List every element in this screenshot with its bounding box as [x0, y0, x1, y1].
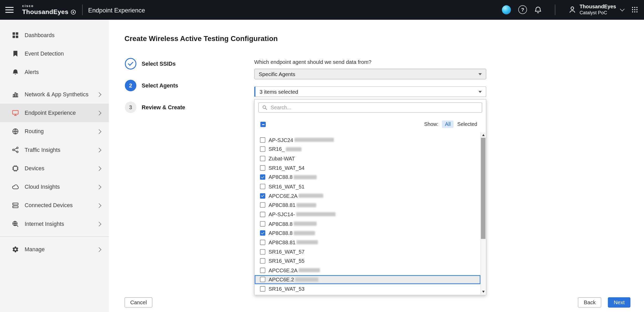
agent-checkbox[interactable]	[260, 184, 265, 189]
apps-grid-icon[interactable]	[631, 6, 638, 13]
scroll-up-arrow-icon[interactable]	[482, 134, 485, 136]
sidebar-item-internet-insights[interactable]: Internet Insights	[0, 215, 109, 233]
chevron-right-icon	[97, 92, 101, 97]
agent-name: AP8C88.81	[269, 202, 316, 208]
agent-checkbox[interactable]	[260, 230, 265, 236]
select-all-checkbox[interactable]	[260, 121, 266, 127]
sidebar-item-devices[interactable]: Devices	[0, 159, 109, 178]
footer-actions: Back Next	[578, 297, 631, 308]
notifications-bell-icon[interactable]	[534, 6, 542, 14]
help-icon[interactable]: ?	[518, 5, 527, 14]
agent-option[interactable]: SR16_WAT_53	[255, 284, 480, 294]
sidebar-item-endpoint-experience[interactable]: Endpoint Experience	[0, 104, 109, 122]
manage-icon	[11, 246, 19, 253]
agent-checkbox[interactable]	[260, 221, 265, 227]
product-title: Endpoint Experience	[88, 6, 145, 13]
assistant-orb-icon[interactable]	[502, 5, 511, 15]
topbar: cisco ThousandEyes Endpoint Experience ?	[0, 0, 644, 20]
agent-checkbox[interactable]	[260, 202, 265, 208]
user-icon	[569, 6, 576, 14]
step-review-create[interactable]: 3 Review & Create	[125, 101, 185, 113]
agent-name: AP8C88.8	[269, 230, 315, 236]
alerts-icon	[11, 69, 19, 76]
agent-option[interactable]: SR16_WAT_55	[255, 256, 480, 266]
search-icon	[262, 105, 268, 110]
step-circle: 3	[125, 101, 136, 113]
cancel-button[interactable]: Cancel	[124, 297, 152, 308]
topbar-divider	[555, 4, 555, 15]
redacted-text	[299, 194, 323, 198]
chevron-down-icon	[620, 7, 625, 11]
step-label: Select SSIDs	[142, 61, 176, 67]
agent-option[interactable]: SR16_WAT_54	[255, 163, 480, 173]
scroll-down-arrow-icon[interactable]	[482, 291, 485, 293]
agent-search[interactable]	[258, 102, 482, 113]
account-menu[interactable]: ThousandEyes Catalyst PoC	[569, 4, 624, 15]
agent-option[interactable]: SR16_WAT_51	[255, 182, 480, 191]
agent-checkbox[interactable]	[260, 249, 265, 254]
agent-option[interactable]: Zubat-WAT	[255, 154, 480, 163]
agent-option[interactable]: SR16_	[255, 145, 480, 154]
agent-option[interactable]: AP8C88.81	[255, 238, 480, 247]
agent-option[interactable]: APCC6E.2A	[255, 266, 480, 275]
chevron-right-icon	[97, 185, 101, 189]
redacted-text	[294, 175, 317, 179]
agent-option[interactable]: APCC6E.2	[255, 275, 480, 284]
internet-insights-icon	[11, 220, 19, 228]
agent-checkbox[interactable]	[260, 147, 265, 152]
agent-checkbox[interactable]	[260, 258, 265, 264]
thousandeyes-logo[interactable]: cisco ThousandEyes	[22, 5, 76, 15]
sidebar-item-network-app-synthetics[interactable]: Network & App Synthetics	[0, 85, 109, 104]
agent-checkbox[interactable]	[260, 212, 265, 217]
back-button[interactable]: Back	[578, 297, 601, 308]
agent-checkbox[interactable]	[260, 193, 265, 199]
step-circle: 2	[125, 80, 136, 91]
agent-option[interactable]: SR16_WAT_57	[255, 247, 480, 256]
dashboards-icon	[11, 31, 19, 39]
filter-all[interactable]: All	[442, 120, 453, 128]
sidebar-item-alerts[interactable]: Alerts	[0, 63, 109, 81]
agents-form: Which endpoint agent should we send data…	[254, 59, 486, 295]
step-select-agents[interactable]: 2 Select Agents	[125, 80, 185, 91]
sidebar-item-dashboards[interactable]: Dashboards	[0, 26, 109, 44]
scrollbar[interactable]	[480, 132, 485, 294]
agent-option[interactable]: AP8C88.81	[255, 200, 480, 210]
agents-multiselect[interactable]: 3 items selected	[254, 86, 486, 97]
step-complete-check-icon	[125, 58, 136, 69]
chevron-right-icon	[97, 166, 101, 171]
page-title: Create Wireless Active Testing Configura…	[124, 35, 278, 43]
agent-checkbox[interactable]	[260, 165, 265, 171]
agent-source-select[interactable]: Specific Agents	[254, 69, 486, 79]
agent-name: AP-SJC24	[269, 137, 334, 143]
sidebar-item-connected-devices[interactable]: Connected Devices	[0, 196, 109, 215]
agent-checkbox[interactable]	[260, 137, 265, 143]
chevron-right-icon	[97, 247, 101, 252]
sidebar-item-manage[interactable]: Manage	[0, 240, 109, 259]
agent-option[interactable]: AP8C88.8	[255, 173, 480, 182]
sidebar-item-routing[interactable]: Routing	[0, 122, 109, 141]
next-button[interactable]: Next	[608, 297, 631, 308]
step-select-ssids[interactable]: Select SSIDs	[125, 58, 185, 69]
sidebar-item-cloud-insights[interactable]: Cloud Insights	[0, 178, 109, 196]
filter-selected[interactable]: Selected	[454, 120, 480, 128]
agent-checkbox[interactable]	[260, 174, 265, 180]
agent-option[interactable]: APCC6E.2A	[255, 191, 480, 200]
agent-checkbox[interactable]	[260, 156, 265, 161]
sidebar-item-traffic-insights[interactable]: Traffic Insights	[0, 141, 109, 159]
chevron-right-icon	[97, 203, 101, 208]
sidebar-item-event-detection[interactable]: Event Detection	[0, 44, 109, 63]
agent-option[interactable]: AP8C88.8	[255, 219, 480, 228]
redacted-text	[286, 147, 302, 151]
main-content: Create Wireless Active Testing Configura…	[109, 20, 644, 312]
agent-option[interactable]: AP8C88.8	[255, 228, 480, 238]
search-input[interactable]	[270, 104, 479, 111]
agent-checkbox[interactable]	[260, 286, 265, 292]
scrollbar-thumb[interactable]	[481, 138, 485, 239]
hamburger-menu-button[interactable]	[0, 0, 19, 20]
agent-option[interactable]: AP-SJC14-	[255, 210, 480, 219]
agent-checkbox[interactable]	[260, 277, 265, 282]
agent-checkbox[interactable]	[260, 268, 265, 273]
chevron-right-icon	[97, 147, 101, 152]
agent-checkbox[interactable]	[260, 240, 265, 245]
agent-option[interactable]: AP-SJC24	[255, 135, 480, 145]
